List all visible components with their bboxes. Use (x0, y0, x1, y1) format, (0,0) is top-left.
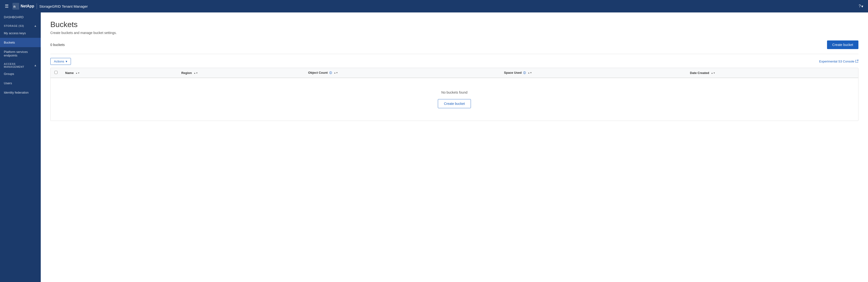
header-left: ☰ n NetApp StorageGRID Tenant Manager (5, 3, 88, 9)
help-button[interactable]: ? ▾ (859, 4, 863, 9)
col-region: Region ▲▼ (177, 68, 304, 78)
sidebar-item-buckets[interactable]: Buckets (0, 38, 41, 47)
name-sort-icon[interactable]: ▲▼ (75, 72, 80, 74)
menu-icon[interactable]: ☰ (5, 4, 9, 9)
sidebar-item-groups[interactable]: Groups (0, 69, 41, 78)
col-name: Name ▲▼ (61, 68, 177, 78)
table-container: Name ▲▼ Region ▲▼ Object Count ⓘ ▲▼ (50, 68, 859, 121)
sidebar: DASHBOARD STORAGE (S3) ▲ My access keys … (0, 12, 41, 282)
page-subtitle: Create buckets and manage bucket setting… (50, 31, 859, 35)
region-sort-icon[interactable]: ▲▼ (194, 72, 198, 74)
external-link-icon (855, 60, 859, 64)
object-count-help-icon[interactable]: ⓘ (329, 71, 332, 74)
logo-area: n NetApp StorageGRID Tenant Manager (12, 3, 88, 9)
layout: DASHBOARD STORAGE (S3) ▲ My access keys … (0, 12, 868, 282)
bucket-count: 0 buckets (50, 43, 65, 47)
col-date-created: Date Created ▲▼ (686, 68, 858, 78)
actions-label: Actions (54, 60, 64, 63)
space-used-help-icon[interactable]: ⓘ (523, 71, 526, 74)
app-title: StorageGRID Tenant Manager (39, 4, 88, 8)
sidebar-item-my-access-keys[interactable]: My access keys (0, 29, 41, 38)
storage-chevron-icon: ▲ (34, 24, 37, 28)
sidebar-item-identity-federation[interactable]: Identity federation (0, 88, 41, 97)
empty-state: No buckets found Create bucket (54, 81, 854, 118)
empty-message: No buckets found (59, 91, 849, 94)
table-header: Name ▲▼ Region ▲▼ Object Count ⓘ ▲▼ (51, 68, 858, 78)
col-space-used: Space Used ⓘ ▲▼ (500, 68, 686, 78)
logo-text: NetApp (21, 4, 34, 8)
buckets-table: Name ▲▼ Region ▲▼ Object Count ⓘ ▲▼ (51, 68, 858, 121)
header-divider (37, 3, 37, 9)
sidebar-section-storage: STORAGE (S3) ▲ (0, 22, 41, 29)
object-count-sort-icon[interactable]: ▲▼ (334, 72, 338, 74)
table-body: No buckets found Create bucket (51, 78, 858, 121)
empty-state-row: No buckets found Create bucket (51, 78, 858, 121)
top-bar: 0 buckets Create bucket (50, 40, 859, 49)
sidebar-item-users[interactable]: Users (0, 78, 41, 88)
experimental-s3-console-link[interactable]: Experimental S3 Console (819, 60, 859, 64)
header-right: ? ▾ (859, 4, 863, 9)
create-bucket-button-top[interactable]: Create bucket (827, 40, 859, 49)
header: ☰ n NetApp StorageGRID Tenant Manager ? … (0, 0, 868, 12)
date-created-sort-icon[interactable]: ▲▼ (711, 72, 715, 74)
create-bucket-button-empty[interactable]: Create bucket (438, 99, 471, 108)
help-icon: ? (859, 4, 861, 8)
access-chevron-icon: ▲ (34, 64, 37, 67)
space-used-sort-icon[interactable]: ▲▼ (528, 72, 532, 74)
select-all-col (51, 68, 61, 78)
separator (50, 54, 859, 54)
select-all-checkbox[interactable] (54, 71, 58, 74)
svg-text:n: n (13, 5, 16, 8)
main-content: Buckets Create buckets and manage bucket… (41, 12, 868, 282)
sidebar-section-access-management: ACCESS MANAGEMENT ▲ (0, 60, 41, 69)
table-toolbar: Actions ▾ Experimental S3 Console (50, 58, 859, 65)
col-object-count: Object Count ⓘ ▲▼ (304, 68, 500, 78)
sidebar-item-platform-services-endpoints[interactable]: Platform services endpoints (0, 47, 41, 60)
help-chevron-icon: ▾ (861, 4, 863, 9)
sidebar-item-dashboard[interactable]: DASHBOARD (0, 12, 41, 22)
page-title: Buckets (50, 20, 859, 29)
netapp-logo-icon: n (12, 3, 19, 9)
actions-button[interactable]: Actions ▾ (50, 58, 71, 65)
experimental-link-text: Experimental S3 Console (819, 60, 854, 63)
actions-chevron-icon: ▾ (66, 60, 67, 63)
netapp-logo: n NetApp (12, 3, 34, 9)
